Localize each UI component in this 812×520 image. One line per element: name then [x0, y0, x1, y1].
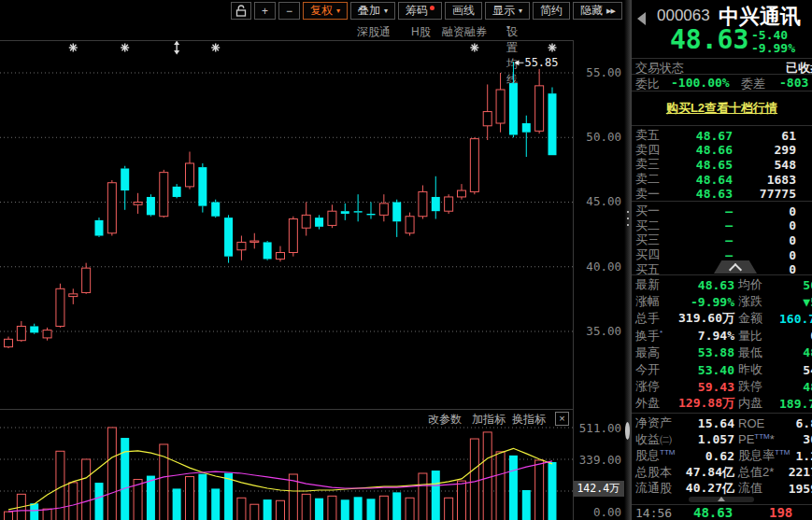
svg-text:55.85: 55.85 [524, 56, 558, 69]
ask-row[interactable]: 卖一48.6377775 [632, 186, 812, 201]
order-volume: 548 [733, 158, 796, 172]
stat-row: 股息TTM0.62股息率TTM1.2 [632, 447, 812, 464]
price-axis-label: 50.00 [577, 130, 621, 144]
change-percent: -9.99% [751, 42, 795, 55]
stat-value: 53.40 [671, 363, 734, 377]
xianshi-label: 显示 [492, 3, 515, 19]
expand-stats-handle[interactable] [689, 497, 754, 502]
stock-app-window: + − 复权 ▾ 叠加 ▾ 筹码 画线 显示 ▾ 简约 隐藏 ▶▶ [0, 0, 812, 520]
diejia-button[interactable]: 叠加 ▾ [350, 2, 395, 20]
stat-value: 48.63 [671, 278, 734, 292]
stat-value: -9.99% [671, 295, 734, 309]
splitter-handle[interactable] [625, 422, 630, 440]
bid-row[interactable]: 买二—0 [632, 218, 812, 232]
stat-value: 54 [779, 363, 812, 377]
ask-row[interactable]: 卖五48.6761 [632, 127, 812, 142]
stat-row: 涨幅-9.99%涨跌▼5 [632, 293, 812, 310]
tick-volume: 198 [769, 505, 792, 520]
ask-row[interactable]: 卖三48.65548 [632, 156, 812, 171]
order-volume: 1683 [733, 173, 796, 187]
stat-label: 内盘 [734, 395, 779, 412]
notification-dot-icon [430, 6, 434, 10]
axis-border [573, 40, 574, 520]
fuquan-label: 复权 [310, 3, 333, 19]
stat-label: 跌停 [734, 378, 779, 395]
stat-row: 净资产15.64ROE6.8 [632, 415, 812, 431]
fuquan-button[interactable]: 复权 ▾ [303, 2, 348, 20]
stat-row: 收益㈡1.057PETTM*30 [632, 431, 812, 448]
stat-label: ROE [734, 416, 779, 430]
order-price: 48.67 [662, 129, 733, 143]
link-hshares[interactable]: H股 [411, 24, 431, 40]
tick-bar: 14:56 48.63 198 [632, 505, 812, 520]
stat-label: 换手* [632, 328, 671, 344]
huaxian-button[interactable]: 画线 [445, 2, 482, 20]
buy-l2-link[interactable]: 购买L2查看十档行情 [632, 91, 812, 125]
stat-label: 金额 [734, 310, 779, 327]
jianyue-button[interactable]: 简约 [533, 2, 570, 20]
yincang-label: 隐藏 [580, 3, 603, 19]
panel-splitter[interactable] [624, 0, 632, 520]
yincang-button[interactable]: 隐藏 ▶▶ [573, 2, 622, 20]
weibi-value: -100.00% [671, 76, 730, 90]
bid-row[interactable]: 买四—0 [632, 246, 812, 261]
stat-value: ▼5 [779, 295, 812, 309]
stock-code: 000063 [657, 7, 710, 25]
order-volume: 0 [733, 204, 796, 218]
candlestick-chart[interactable]: 55.85 [0, 41, 573, 409]
zoom-out-button[interactable]: − [278, 2, 300, 20]
order-price: 48.64 [662, 173, 733, 187]
bid-row[interactable]: 买三—0 [632, 232, 812, 246]
order-price: — [662, 204, 733, 218]
stat-label: 总手 [632, 310, 671, 327]
ask-row[interactable]: 卖二48.641683 [632, 171, 812, 186]
stat-label: 外盘 [632, 395, 671, 412]
ask-row[interactable]: 卖四48.66299 [632, 142, 812, 157]
stats-grid: 最新48.63均价50涨幅-9.99%涨跌▼5总手319.60万金额160.78… [632, 276, 812, 413]
link-margin-trading[interactable]: 融资融券 [442, 24, 487, 40]
chevron-down-icon: ▾ [336, 7, 340, 15]
stat-row: 总股本47.84亿总值2*2217 [632, 464, 812, 481]
fundamentals-grid: 净资产15.64ROE6.8收益㈡1.057PETTM*30股息TTM0.62股… [632, 415, 812, 497]
order-price: 48.66 [662, 143, 733, 157]
vol-axis-label: 0.00 [577, 505, 621, 519]
stat-label: 股息率TTM [734, 447, 779, 464]
chevron-down-icon: ▾ [384, 7, 388, 15]
stat-label: 今开 [632, 361, 671, 378]
stat-value: 0.62 [671, 449, 734, 463]
stat-value: 48 [779, 380, 812, 394]
stat-label: PETTM* [734, 432, 779, 446]
pane-divider[interactable] [0, 409, 573, 410]
order-price: — [662, 233, 733, 247]
order-price: 48.63 [662, 187, 733, 201]
back-arrow-icon[interactable] [637, 12, 646, 25]
double-right-chevron-icon: ▶▶ [606, 7, 615, 15]
volume-chart[interactable] [0, 423, 573, 520]
vol-axis-label: 511.00 [577, 421, 621, 435]
stat-value: 50 [779, 278, 812, 292]
bid-row[interactable]: 买一—0 [632, 203, 812, 218]
stat-value: 48 [779, 345, 812, 359]
stat-value: 0 [779, 329, 812, 343]
stat-label: 总值2* [734, 464, 779, 481]
lock-button[interactable] [231, 2, 251, 20]
weicha-value: -803 [779, 76, 808, 90]
stat-row: 涨停59.43跌停48 [632, 378, 812, 395]
chart-toolbar: + − 复权 ▾ 叠加 ▾ 筹码 画线 显示 ▾ 简约 隐藏 ▶▶ [231, 2, 647, 20]
xianshi-button[interactable]: 显示 ▾ [485, 2, 530, 20]
stat-row: 总手319.60万金额160.78 [632, 310, 812, 327]
vol-axis-label: 339.00 [577, 453, 621, 467]
order-volume: 0 [733, 218, 796, 232]
link-shenkoutong[interactable]: 深股通 [357, 24, 391, 40]
change-amount: -5.40 [751, 29, 795, 42]
order-volume: 0 [733, 248, 796, 262]
zoom-in-button[interactable]: + [254, 2, 276, 20]
stat-label: 最低 [734, 344, 779, 361]
order-volume: 61 [733, 129, 796, 143]
stat-value: 6.8 [779, 416, 812, 430]
chouma-button[interactable]: 筹码 [398, 2, 442, 20]
splitter-grip-icon[interactable] [626, 211, 630, 226]
stat-label: 总股本 [632, 464, 671, 481]
order-volume: 299 [733, 143, 796, 157]
stat-row: 今开53.40昨收54 [632, 361, 812, 378]
